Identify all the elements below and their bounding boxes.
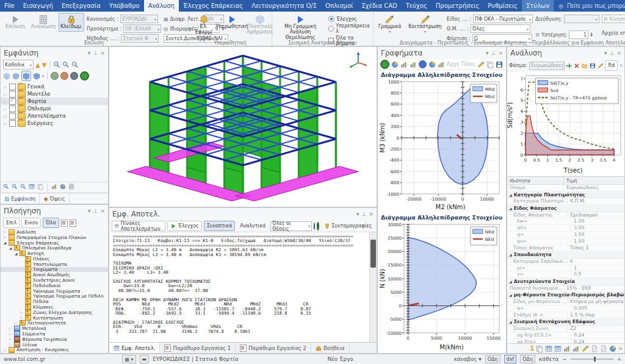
panel-menu-icon[interactable]: ▾	[604, 50, 607, 56]
moment-chart-icon[interactable]	[391, 61, 399, 68]
eidos-select[interactable]: ΠΦ ΟΚΑ - Περιπτώσε▾	[473, 15, 533, 23]
nav-item-syndetiries[interactable]: Συνδετήριες Δοκοί	[1, 277, 108, 283]
pin-icon[interactable]: ⊥	[93, 50, 98, 56]
table-import-icon[interactable]	[554, 345, 562, 352]
prop-group[interactable]: ◢Κατηγορία Πλαστιμότητας	[507, 191, 624, 199]
copy-view-icon[interactable]	[37, 184, 43, 190]
nav-item-zones-diatrisis[interactable]: ▷Ζώνες Ελέγχου Διάτρησης	[1, 310, 108, 315]
prop-row[interactable]: Τύπος ΦάσματοςΤύπος 1	[507, 245, 624, 252]
prop-row[interactable]: Είδος μη-Φερόντων ...Κτήρια με μη-φέροντ…	[507, 299, 624, 305]
green-marker-icon[interactable]	[317, 222, 319, 230]
palette-icon[interactable]	[609, 345, 616, 352]
select-icon[interactable]	[3, 184, 9, 190]
plastic-hinges-button[interactable]: Πλαστικές Αρθρώσεις	[247, 13, 273, 37]
save-chart-icon[interactable]	[496, 61, 503, 68]
prop-group[interactable]: ◢Είδος Φάσματος	[507, 205, 624, 212]
prop-row[interactable]: Στάθμη dr =1.5 % Hορ	[507, 312, 624, 319]
panel-menu-icon[interactable]: ▾	[486, 50, 489, 56]
number-one-icon[interactable]: 1	[530, 345, 534, 352]
prop-row[interactable]: v=0.5	[507, 271, 624, 278]
nav-item-plakes[interactable]: Πλάκες	[1, 256, 108, 262]
tab-eisagogi[interactable]: Εισαγωγή	[19, 0, 57, 12]
interaction-chart-icon[interactable]	[380, 60, 389, 69]
tab-opseis[interactable]: ◉Όψεις	[40, 193, 69, 204]
telos-button[interactable]: Τέλος	[461, 62, 475, 67]
tab-prometriseis[interactable]: Προμετρήσεις	[432, 0, 483, 12]
nav-item-pedila[interactable]: Πέδιλα	[1, 299, 108, 304]
kanavos-dropdown[interactable]: κάναβος ▾	[454, 356, 482, 362]
blue-marker-icon[interactable]	[314, 223, 315, 230]
el-efarm-button[interactable]: Ελ. Εφαρμ/τητας	[191, 13, 217, 42]
tree-item-montelo[interactable]: ▷Μοντέλο	[1, 90, 108, 98]
search-input[interactable]	[566, 2, 625, 10]
nav-item-klimakes[interactable]: Κλίμακες	[1, 304, 108, 310]
prop-group[interactable]: ◢μη-Φέροντα Στοιχεία-Περιορισμός βλαβών	[507, 292, 624, 299]
close-icon[interactable]: ×	[616, 50, 621, 56]
nav-item-antoxi[interactable]: ◢Αντοχή	[1, 251, 108, 256]
prop-row[interactable]: Κατηγορία Σπουδαιό...II	[507, 259, 624, 265]
tab-file[interactable]: File	[0, 0, 19, 12]
radio-yperep[interactable]: Υπερεπάρκεια λ	[328, 23, 370, 34]
prop-group[interactable]: ◢Σπουδαιότητα	[507, 251, 624, 259]
bars-chart-icon[interactable]	[438, 61, 445, 68]
panel-menu-icon[interactable]: ▾	[356, 211, 359, 217]
nav-item-xylina[interactable]: ▷Ξύλινα	[1, 342, 108, 348]
tree-item-fortia[interactable]: ▷Φορτία	[1, 98, 108, 105]
tab-elegxos-eparkeias[interactable]: Έλεγχος Επάρκειας	[179, 0, 247, 12]
chart-bar-icon[interactable]	[573, 345, 580, 352]
delete-icon[interactable]	[574, 62, 580, 70]
tab-teyxos[interactable]: Τεύχος	[402, 0, 432, 12]
tab-ypovathro[interactable]: Υπόβαθρο	[105, 0, 144, 12]
save-icon[interactable]	[590, 62, 596, 70]
move-down-icon[interactable]: ▼	[42, 62, 47, 68]
panel-menu-icon[interactable]: ▾	[88, 208, 91, 214]
view-mode-3-icon[interactable]	[70, 72, 78, 80]
prop-row[interactable]: Κατηγορία Πλαστιμό...Κ.Π.Μ.	[507, 198, 624, 205]
ysterisi-spinner[interactable]: 1	[569, 30, 588, 39]
tab-epexergasia[interactable]: Επεξεργασία	[57, 0, 105, 12]
nav-item-leitourgikotita[interactable]: ▷Λειτουργικότητα	[1, 321, 108, 326]
overflow-icon[interactable]: »	[618, 344, 623, 352]
zoom-out-control[interactable]: −	[562, 356, 566, 362]
prop-row[interactable]: ag R/g=0.24	[507, 339, 624, 343]
nav-item-ferousa[interactable]: ▷Φέρουσα Τοιχοποιία	[1, 337, 108, 342]
tree-item-genika[interactable]: ▷Γενικά	[1, 83, 108, 90]
close-icon[interactable]: ×	[369, 211, 374, 217]
rd-button[interactable]: Rd	[605, 60, 618, 71]
radio-elegxos[interactable]: Έλεγχος	[328, 16, 370, 22]
nav-item-koitostrosi[interactable]: ▷Κοιτόστρωση	[1, 315, 108, 321]
spectrum-select[interactable]: Ευρωκώδικες▾	[529, 62, 565, 70]
dieuthinsi-select[interactable]: ▾	[564, 15, 599, 23]
vertical-scrollbar[interactable]	[369, 232, 377, 342]
view-mode-2-icon[interactable]	[60, 72, 68, 80]
zoom-in-icon[interactable]	[12, 184, 18, 190]
close-icon[interactable]: ×	[100, 50, 105, 56]
tab-workspace-2[interactable]: Παράθυρο Εργασίας 2	[236, 343, 311, 353]
tab-output[interactable]: Εμφ. Αποτελ.	[109, 343, 160, 353]
prop-row[interactable]: kw=1.00	[507, 218, 624, 225]
axial-chart-icon[interactable]	[410, 61, 417, 68]
zoom-window-icon[interactable]	[71, 61, 79, 68]
prop-row[interactable]: ΌνομαΕυρωκώδικες	[507, 185, 624, 191]
prop-row[interactable]: Ποσοστό δυσκαμψία...15% - ΕΚ8	[507, 285, 624, 292]
pin-icon[interactable]: ⊥	[491, 50, 496, 56]
toggle-odi-1[interactable]: ΟΔη	[485, 355, 500, 363]
axes-icon[interactable]	[51, 184, 57, 190]
pin-icon[interactable]: ⊥	[93, 208, 98, 214]
model-3d-view[interactable]	[109, 46, 377, 207]
tree-item-oplismoi[interactable]: ▷Οπλισμοί	[1, 105, 108, 112]
view-mode-1-icon[interactable]	[51, 72, 59, 80]
checkbox[interactable]	[9, 120, 16, 127]
nav-item-ypsikorma[interactable]: Υψίκορμα Τοιχώματα	[1, 288, 108, 294]
ola-button[interactable]: Όλα	[43, 218, 59, 228]
grid-col-property[interactable]: Ιδιότητα	[507, 177, 564, 184]
close-icon[interactable]: ×	[498, 50, 503, 56]
thm-select[interactable]: Όλες▾	[471, 24, 530, 33]
flag-icon[interactable]: ▬	[140, 355, 150, 363]
nonlinear-foundation-button[interactable]: Μη Γραμμική Ανάλυση Θεμελίωσης	[275, 13, 326, 42]
kanonismos-select[interactable]: ΕΥΡΟΚΩΔΙ▾	[120, 15, 158, 23]
grammika-button[interactable]: Γραμμικά▾	[376, 13, 404, 35]
prop-row[interactable]: qv=1.50	[507, 238, 624, 245]
table-export-icon[interactable]	[545, 345, 552, 352]
nav-item-ypostylomata[interactable]: Υποστυλώματα	[1, 262, 108, 267]
